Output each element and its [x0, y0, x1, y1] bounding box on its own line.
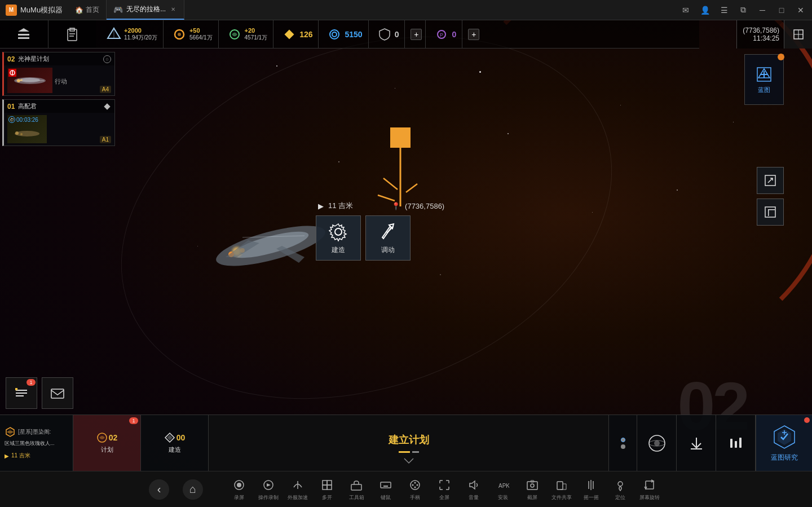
taskbar-toolbox[interactable]: 工具箱 — [343, 477, 370, 501]
fullscreen-label: 全屏 — [439, 494, 449, 501]
download-btn[interactable] — [677, 415, 716, 471]
float-distance: 11 吉米 — [328, 201, 353, 211]
taskbar-screenshot[interactable]: 截屏 — [519, 477, 546, 501]
mineral-current: 11.94万/20万 — [124, 34, 157, 42]
svg-point-94 — [531, 484, 534, 487]
line-1 — [399, 451, 410, 453]
taskbar-install[interactable]: APK 安装 — [489, 477, 517, 501]
right-actions — [609, 415, 756, 471]
taskbar-fullscreen[interactable]: 全屏 — [431, 477, 458, 501]
taskbar-multi[interactable]: 多开 — [314, 477, 341, 501]
hex-icon — [5, 426, 16, 438]
maximize-btn[interactable]: □ — [773, 2, 791, 18]
mission-card-02[interactable]: 02 光神星计划 ○ — [2, 52, 115, 96]
tab-plan[interactable]: 1 02 计划 — [73, 415, 141, 471]
floating-menu: ▶ 11 吉米 📍 (7736,7586) 建造 调动 — [316, 201, 447, 263]
notification-btn-1[interactable]: 1 — [6, 377, 37, 409]
emulator-logo: M MuMu模拟器 — [0, 5, 68, 16]
home-label: 首页 — [86, 5, 99, 15]
mission-type-icon — [8, 69, 16, 77]
layers-icon — [15, 26, 32, 43]
gold-icon — [281, 27, 297, 42]
home-tab[interactable]: 🏠 首页 — [68, 0, 107, 20]
taskbar-speed-up[interactable]: 外服加速 — [284, 477, 311, 501]
notification-btn-2[interactable] — [42, 377, 73, 409]
dot-indicators — [621, 438, 625, 449]
svg-marker-91 — [470, 481, 475, 489]
blueprint-research-btn[interactable]: 蓝图研究 — [756, 415, 812, 471]
food-icon — [227, 27, 242, 42]
plan-num: 02 — [96, 432, 118, 443]
dot-area — [609, 415, 637, 471]
screenshot-icon — [524, 477, 540, 493]
dot-2 — [621, 444, 625, 449]
add-resource-btn-1[interactable]: + — [407, 20, 426, 48]
back-button[interactable]: ‹ — [149, 479, 169, 500]
taskbar-locate[interactable]: 定位 — [607, 477, 634, 501]
taskbar-fileshare[interactable]: 文件共享 — [548, 477, 575, 501]
build-plan-button[interactable]: 建立计划 — [209, 415, 609, 471]
user-btn[interactable]: 👤 — [696, 2, 714, 18]
taskbar-keyboard[interactable]: 键鼠 — [372, 477, 399, 501]
resource-gold: 126 — [276, 20, 319, 48]
energy-gain: +50 — [189, 27, 213, 34]
sync-value: 5150 — [345, 30, 362, 39]
blueprint-research-icon — [771, 424, 798, 451]
mission-thumb-01: ⏱ 00:03:26 — [7, 115, 47, 143]
flag-button[interactable] — [757, 199, 784, 226]
email-btn[interactable]: ✉ — [677, 2, 695, 18]
export-button[interactable] — [757, 167, 784, 194]
mission-title-01: 高配君 — [18, 102, 103, 111]
bars-btn[interactable] — [716, 415, 756, 471]
svg-point-42 — [335, 228, 342, 235]
screenshot-label: 截屏 — [527, 494, 537, 501]
map-pin-button[interactable] — [784, 20, 812, 49]
plus-icon-2[interactable]: + — [468, 29, 479, 40]
fileshare-label: 文件共享 — [551, 494, 572, 501]
taskbar-shake[interactable]: 摇一摇 — [577, 477, 604, 501]
taskbar-handle[interactable]: 手柄 — [401, 477, 429, 501]
dispatch-button[interactable]: 调动 — [365, 215, 411, 261]
taskbar-screen-rotate[interactable]: 屏幕旋转 — [636, 477, 663, 501]
blueprint-top-container: 蓝图 — [744, 54, 784, 105]
restore-btn[interactable]: ⧉ — [734, 2, 752, 18]
plan-badge: 1 — [129, 417, 138, 424]
location-distance: 11 吉米 — [11, 452, 30, 460]
food-current: 4571/1万 — [245, 34, 268, 42]
quick-btn-1[interactable] — [0, 20, 48, 48]
taskbar-ops-record[interactable]: 操作录制 — [255, 477, 282, 501]
volume-icon — [466, 477, 482, 493]
tab-close-btn[interactable]: ✕ — [169, 6, 177, 14]
build-icon — [164, 432, 175, 443]
home-button[interactable]: ⌂ — [183, 479, 203, 500]
tab-build[interactable]: 00 建造 — [141, 415, 209, 471]
quick-btn-2[interactable] — [48, 20, 96, 48]
mission-card-01[interactable]: 01 高配君 ⏱ 00:03:26 — [2, 99, 115, 146]
svg-rect-27 — [104, 103, 110, 109]
plus-icon-1[interactable]: + — [411, 29, 422, 40]
orbit-btn[interactable] — [637, 415, 677, 471]
svg-marker-57 — [7, 429, 13, 435]
menu-btn[interactable]: ☰ — [715, 2, 733, 18]
mineral-icon — [106, 27, 122, 42]
game-tab-label: 无尽的拉格... — [126, 5, 166, 14]
close-btn[interactable]: ✕ — [792, 2, 810, 18]
game-area[interactable]: +2000 11.94万/20万 +50 5664/1万 — [0, 20, 812, 507]
svg-rect-67 — [735, 441, 737, 448]
bottom-bar: [星系]墨染阁: 区域三黑色玫瑰收人... ▶ 11 吉米 1 02 — [0, 415, 812, 471]
location-info: [星系]墨染阁: 区域三黑色玫瑰收人... ▶ 11 吉米 — [0, 415, 73, 471]
handle-label: 手柄 — [410, 494, 420, 501]
taskbar-volume[interactable]: 音量 — [460, 477, 487, 501]
build-button[interactable]: 建造 — [316, 215, 361, 261]
svg-rect-80 — [381, 482, 391, 488]
svg-rect-51 — [16, 393, 27, 394]
svg-rect-96 — [557, 482, 563, 490]
taskbar-record[interactable]: 录屏 — [226, 477, 253, 501]
blueprint-top-btn[interactable]: 蓝图 — [744, 54, 784, 105]
resource-sync: 5150 — [321, 20, 368, 48]
svg-rect-76 — [327, 480, 332, 485]
game-tab[interactable]: 🎮 无尽的拉格... ✕ — [107, 0, 184, 20]
minimize-btn[interactable]: ─ — [753, 2, 771, 18]
mission-header-02: 02 光神星计划 ○ — [4, 52, 114, 65]
add-resource-btn-2[interactable]: + — [465, 20, 483, 48]
